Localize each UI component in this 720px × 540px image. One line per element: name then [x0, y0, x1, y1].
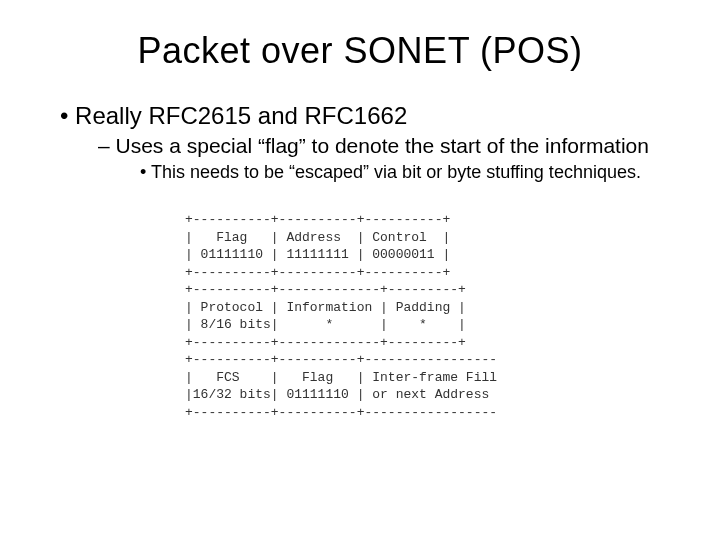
bullet-level-2: Uses a special “flag” to denote the star…	[98, 134, 670, 158]
diagram-line: +----------+-------------+---------+	[185, 282, 466, 297]
diagram-line: | 01111110 | 11111111 | 00000011 |	[185, 247, 450, 262]
diagram-line: |16/32 bits| 01111110 | or next Address	[185, 387, 489, 402]
diagram-line: | Protocol | Information | Padding |	[185, 300, 466, 315]
bullet-text: Uses a special “flag” to denote the star…	[116, 134, 649, 157]
diagram-line: +----------+----------+-----------------	[185, 405, 497, 420]
bullet-text: Really RFC2615 and RFC1662	[75, 102, 407, 129]
diagram-line: | 8/16 bits| * | * |	[185, 317, 466, 332]
page-title: Packet over SONET (POS)	[50, 30, 670, 72]
diagram-line: +----------+----------+----------+	[185, 212, 450, 227]
diagram-line: +----------+-------------+---------+	[185, 335, 466, 350]
diagram-line: | FCS | Flag | Inter-frame Fill	[185, 370, 497, 385]
bullet-level-1: Really RFC2615 and RFC1662	[60, 102, 670, 130]
bullet-level-3: This needs to be “escaped” via bit or by…	[140, 162, 670, 183]
bullet-text: This needs to be “escaped” via bit or by…	[151, 162, 641, 182]
diagram-line: +----------+----------+-----------------	[185, 352, 497, 367]
slide: Packet over SONET (POS) Really RFC2615 a…	[0, 0, 720, 540]
diagram-line: +----------+----------+----------+	[185, 265, 450, 280]
frame-diagram: +----------+----------+----------+ | Fla…	[185, 211, 670, 422]
diagram-line: | Flag | Address | Control |	[185, 230, 450, 245]
bullet-list: Really RFC2615 and RFC1662 Uses a specia…	[50, 102, 670, 183]
